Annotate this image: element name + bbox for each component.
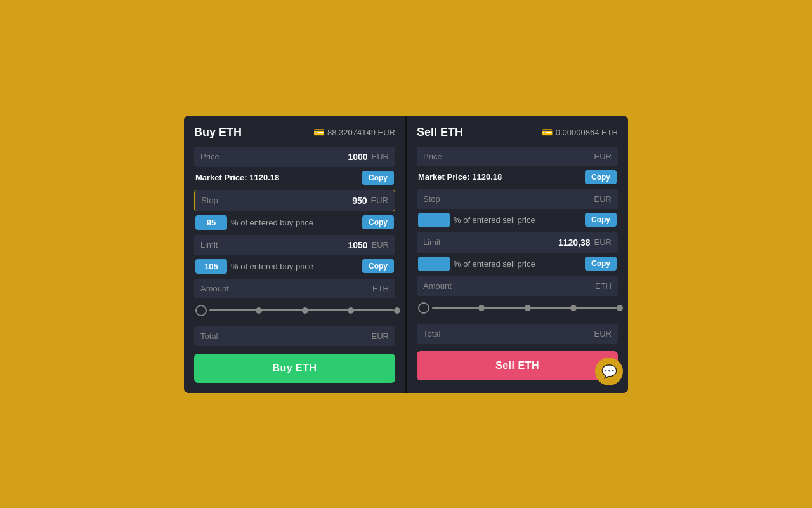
buy-price-field: Price 1000 EUR — [194, 147, 395, 167]
buy-stop-field[interactable]: Stop 950 EUR — [194, 190, 395, 211]
sell-amount-label: Amount — [423, 281, 452, 291]
sell-stop-copy-button[interactable]: Copy — [585, 213, 617, 227]
wallet-icon-sell: 💳 — [542, 127, 553, 137]
sell-limit-currency: EUR — [594, 237, 612, 247]
sell-stop-currency: EUR — [594, 194, 612, 204]
buy-panel-header: Buy ETH 💳 88.32074149 EUR — [194, 126, 395, 139]
sell-limit-percent-input[interactable] — [418, 257, 450, 271]
sell-balance: 💳 0.00000864 ETH — [542, 127, 618, 137]
buy-slider-dot-4 — [394, 307, 400, 314]
sell-slider-dot-1 — [478, 305, 485, 311]
sell-limit-value-group: 1120,38 EUR — [558, 237, 612, 248]
buy-slider-thumb[interactable] — [195, 305, 207, 316]
sell-limit-label: Limit — [423, 237, 440, 247]
wallet-icon: 💳 — [313, 127, 324, 137]
trading-panel: Buy ETH 💳 88.32074149 EUR Price 1000 EUR… — [184, 116, 628, 393]
sell-market-price-row: Market Price: 1120.18 Copy — [417, 170, 618, 184]
buy-panel: Buy ETH 💳 88.32074149 EUR Price 1000 EUR… — [184, 116, 407, 393]
sell-total-label: Total — [423, 329, 440, 338]
buy-price-value-group: 1000 EUR — [348, 152, 389, 162]
sell-price-label: Price — [423, 152, 442, 161]
sell-stop-percent-row: % of entered sell price Copy — [417, 213, 618, 227]
sell-total-currency: EUR — [594, 329, 612, 338]
buy-slider-dot-3 — [348, 307, 354, 314]
buy-balance: 💳 88.32074149 EUR — [313, 127, 395, 137]
sell-limit-value: 1120,38 — [558, 237, 591, 248]
chat-fab-button[interactable]: 💬 — [595, 358, 623, 385]
buy-stop-percent-input[interactable] — [195, 215, 227, 230]
buy-price-currency: EUR — [372, 152, 389, 161]
sell-limit-copy-button[interactable]: Copy — [585, 257, 617, 271]
buy-total-label: Total — [200, 331, 218, 341]
sell-limit-percent-label: % of entered sell price — [454, 259, 581, 269]
sell-stop-value-group: EUR — [591, 194, 612, 204]
sell-amount-field: Amount ETH — [417, 276, 618, 296]
chat-icon: 💬 — [601, 364, 617, 379]
sell-slider-dot-3 — [570, 305, 577, 311]
buy-slider-dot-2 — [302, 307, 308, 314]
buy-limit-value-group: 1050 EUR — [348, 240, 389, 250]
sell-eth-button[interactable]: Sell ETH — [417, 351, 618, 380]
buy-eth-button[interactable]: Buy ETH — [194, 354, 395, 383]
buy-limit-value: 1050 — [348, 240, 367, 250]
sell-amount-slider[interactable] — [417, 300, 618, 320]
buy-slider-dot-1 — [256, 307, 262, 314]
buy-stop-value-group: 950 EUR — [352, 196, 388, 206]
buy-stop-percent-row: % of entered buy price Copy — [194, 215, 395, 230]
sell-panel: Sell ETH 💳 0.00000864 ETH Price EUR Mark… — [407, 116, 628, 393]
sell-limit-field: Limit 1120,38 EUR — [417, 232, 618, 253]
sell-button-container: Sell ETH 💬 — [417, 351, 618, 380]
buy-market-price-text: Market Price: 1120.18 — [195, 173, 279, 182]
buy-stop-currency: EUR — [371, 196, 388, 205]
buy-market-price-copy-button[interactable]: Copy — [362, 171, 394, 185]
buy-amount-label: Amount — [200, 284, 229, 293]
buy-total-field: Total EUR — [194, 326, 395, 346]
buy-stop-percent-label: % of entered buy price — [231, 218, 358, 227]
sell-slider-dot-4 — [617, 305, 623, 311]
sell-panel-title: Sell ETH — [417, 126, 463, 139]
buy-panel-title: Buy ETH — [194, 126, 242, 139]
buy-limit-percent-input[interactable] — [195, 259, 227, 274]
sell-price-currency: EUR — [594, 152, 612, 161]
sell-slider-dot-2 — [525, 305, 531, 311]
buy-limit-label: Limit — [200, 240, 218, 250]
buy-market-price-row: Market Price: 1120.18 Copy — [194, 171, 395, 185]
sell-total-field: Total EUR — [417, 324, 618, 344]
buy-stop-copy-button[interactable]: Copy — [362, 215, 394, 229]
sell-amount-currency: ETH — [595, 281, 612, 291]
sell-market-price-copy-button[interactable]: Copy — [585, 170, 617, 184]
sell-stop-label: Stop — [423, 194, 440, 204]
sell-stop-field: Stop EUR — [417, 189, 618, 209]
buy-limit-percent-row: % of entered buy price Copy — [194, 259, 395, 274]
sell-price-field: Price EUR — [417, 147, 618, 166]
buy-price-label: Price — [200, 152, 219, 161]
buy-limit-currency: EUR — [372, 240, 389, 250]
buy-total-currency: EUR — [372, 331, 389, 341]
buy-stop-label: Stop — [201, 196, 218, 205]
buy-limit-copy-button[interactable]: Copy — [362, 259, 394, 273]
sell-slider-track[interactable] — [432, 307, 617, 309]
sell-price-value-group: EUR — [591, 152, 612, 161]
sell-stop-percent-label: % of entered sell price — [454, 215, 581, 225]
buy-price-value: 1000 — [348, 152, 367, 162]
buy-amount-currency: ETH — [372, 284, 389, 293]
sell-panel-header: Sell ETH 💳 0.00000864 ETH — [417, 126, 618, 139]
buy-limit-field: Limit 1050 EUR — [194, 235, 395, 255]
sell-market-price-text: Market Price: 1120.18 — [418, 172, 502, 182]
buy-slider-track[interactable] — [209, 309, 394, 311]
sell-slider-thumb[interactable] — [418, 302, 429, 314]
buy-amount-slider[interactable] — [194, 302, 395, 323]
sell-stop-percent-input[interactable] — [418, 213, 450, 227]
buy-limit-percent-label: % of entered buy price — [231, 262, 358, 271]
buy-amount-field: Amount ETH — [194, 279, 395, 298]
buy-stop-value: 950 — [352, 196, 367, 206]
sell-limit-percent-row: % of entered sell price Copy — [417, 257, 618, 271]
